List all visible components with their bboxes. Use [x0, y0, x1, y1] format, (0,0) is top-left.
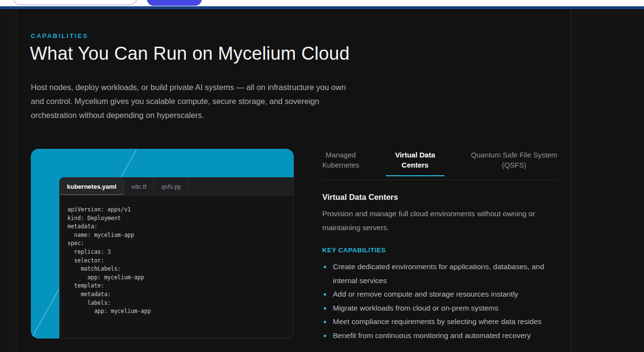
feature-tab[interactable]: Virtual Data Centers — [395, 150, 435, 176]
code-line: spec: — [67, 239, 286, 248]
feature-panel-description: Provision and manage full cloud environm… — [322, 207, 549, 235]
editor-file-tab[interactable]: vdc.tf — [124, 178, 154, 195]
top-blue-divider — [0, 6, 644, 9]
code-line: apiVersion: apps/v1 — [67, 206, 286, 214]
editor-tab-bar: kubernetes.yamlvdc.tfqsfs.py — [60, 178, 293, 196]
code-line: name: mycelium-app — [67, 231, 286, 240]
section-eyebrow: CAPABILITIES — [31, 32, 88, 39]
editor-file-tab[interactable]: qsfs.py — [154, 178, 189, 195]
key-capabilities-label: KEY CAPABILITIES — [322, 247, 557, 254]
code-line: labels: — [67, 299, 286, 308]
capability-bullet-item: Add or remove compute and storage resour… — [322, 287, 557, 301]
capability-bullet-list: Create dedicated environments for applic… — [322, 260, 557, 342]
capability-bullet-item: Create dedicated environments for applic… — [322, 260, 557, 287]
banner-action-button[interactable] — [147, 0, 202, 6]
tab-separator-line — [322, 180, 557, 180]
code-line: app: mycelium-app — [67, 307, 286, 316]
code-line: replicas: 3 — [67, 248, 286, 257]
capability-bullet-item: Migrate workloads from cloud or on-prem … — [322, 301, 557, 315]
code-line: app: mycelium-app — [67, 274, 286, 282]
hero-description: Host nodes, deploy workloads, or build p… — [31, 80, 355, 122]
feature-tab[interactable]: Quantum Safe File System (QSFS) — [471, 150, 557, 176]
feature-panel-heading: Virtual Data Centers — [322, 193, 557, 202]
page-title: What You Can Run on Mycelium Cloud — [30, 43, 350, 64]
code-line: template: — [67, 282, 286, 290]
code-line: kind: Deployment — [67, 214, 286, 223]
feature-tab-row: Managed KubernetesVirtual Data CentersQu… — [322, 150, 557, 176]
code-line: metadata: — [67, 290, 286, 299]
code-line: metadata: — [67, 222, 286, 231]
editor-file-tab[interactable]: kubernetes.yaml — [60, 178, 124, 195]
code-block: apiVersion: apps/v1kind: Deploymentmetad… — [60, 196, 293, 326]
page-container: CAPABILITIES What You Can Run on Myceliu… — [16, 9, 571, 352]
search-pill-input[interactable] — [13, 0, 137, 5]
feature-tab[interactable]: Managed Kubernetes — [322, 150, 359, 176]
code-line: selector: — [67, 257, 286, 265]
code-editor-window: kubernetes.yamlvdc.tfqsfs.py apiVersion:… — [59, 177, 294, 339]
capability-bullet-item: Meet compliance requirements by selectin… — [322, 315, 557, 329]
top-banner-strip — [0, 0, 644, 6]
code-line: matchLabels: — [67, 265, 286, 274]
code-showcase-panel: kubernetes.yamlvdc.tfqsfs.py apiVersion:… — [31, 149, 294, 339]
capability-bullet-item: Benefit from continuous monitoring and a… — [322, 329, 557, 343]
features-section: Managed KubernetesVirtual Data CentersQu… — [322, 150, 557, 342]
